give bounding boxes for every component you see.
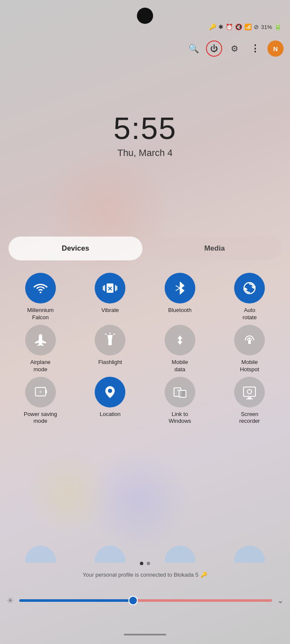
svg-rect-26: [248, 397, 251, 399]
clock-time: 5:55: [113, 111, 177, 146]
svg-rect-18: [46, 390, 47, 393]
qs-vibrate-label: Vibrate: [102, 307, 119, 314]
settings-button[interactable]: ⚙: [226, 40, 243, 57]
qs-wifi-label: MillenniumFalcon: [27, 307, 54, 321]
tab-media[interactable]: Media: [148, 237, 281, 260]
airplane-icon-circle: [25, 325, 56, 355]
partial-row: [6, 546, 284, 563]
alarm-icon: ⏰: [226, 23, 233, 30]
qs-mobilehotspot[interactable]: MobileHotspot: [216, 325, 284, 373]
svg-rect-24: [244, 387, 255, 396]
brightness-expand-button[interactable]: ⌄: [277, 596, 284, 605]
qs-airplane-label: Airplanemode: [30, 359, 51, 373]
qs-linkwindows-label: Link toWindows: [168, 411, 191, 425]
tabs-row: Devices Media: [9, 237, 281, 260]
svg-text:+: +: [39, 389, 42, 394]
page-dot-1: [140, 562, 143, 565]
mobiledata-icon-circle: [165, 325, 195, 355]
qs-flashlight-label: Flashlight: [98, 359, 122, 366]
qs-bluetooth[interactable]: Bluetooth: [146, 273, 214, 321]
clock-date: Thu, March 4: [113, 147, 177, 159]
camera-dot: [137, 8, 153, 24]
clock-display: 5:55 Thu, March 4: [113, 111, 177, 159]
qs-airplane[interactable]: Airplanemode: [6, 325, 75, 373]
power-button[interactable]: ⏻: [206, 40, 222, 57]
bluetooth-status-icon: ✱: [218, 23, 223, 30]
linkwindows-icon-circle: [165, 377, 195, 407]
brightness-row: ☀ ⌄: [6, 595, 284, 606]
svg-rect-27: [246, 399, 253, 399]
qs-location-label: Location: [100, 411, 121, 418]
qs-location[interactable]: Location: [76, 377, 145, 425]
qs-powersaving[interactable]: + Power savingmode: [6, 377, 75, 425]
qs-screenrec-label: Screenrecorder: [239, 411, 260, 425]
avatar[interactable]: N: [267, 40, 284, 57]
control-icons-row: 🔍 ⏻ ⚙ ⋮ N: [186, 40, 284, 57]
circle-icon: ⊘: [254, 23, 259, 30]
hotspot-icon-circle: [234, 325, 265, 355]
autorotate-icon-circle: [234, 273, 265, 303]
page-dots: [140, 562, 150, 565]
page-dot-2: [147, 562, 150, 565]
profile-msg-text: Your personal profile is connected to Bl…: [83, 572, 198, 578]
svg-point-16: [249, 338, 250, 339]
qs-autorotate-label: Autorotate: [243, 307, 257, 321]
flashlight-icon-circle: [95, 325, 125, 355]
power-icon: ⏻: [210, 44, 218, 53]
svg-line-12: [105, 334, 106, 335]
brightness-icon: ☀: [6, 595, 14, 606]
svg-rect-10: [108, 340, 112, 345]
qs-mobiledata-label: Mobiledata: [172, 359, 188, 373]
settings-icon: ⚙: [231, 43, 238, 54]
profile-message: Your personal profile is connected to Bl…: [83, 572, 207, 578]
tab-media-label: Media: [204, 244, 225, 253]
qs-linkwindows[interactable]: Link toWindows: [146, 377, 214, 425]
qs-wifi[interactable]: MillenniumFalcon: [6, 273, 75, 321]
battery-text: 31%: [261, 24, 272, 30]
brightness-thumb[interactable]: [128, 596, 138, 605]
screenrec-icon-circle: [234, 377, 265, 407]
qs-screenrecorder[interactable]: Screenrecorder: [216, 377, 284, 425]
location-icon-circle: [95, 377, 125, 407]
bottom-handle: [124, 634, 166, 635]
quick-settings-grid: MillenniumFalcon Vibrate: [6, 273, 284, 425]
wifi-status-icon: 📶: [244, 23, 252, 30]
svg-rect-22: [179, 390, 186, 397]
search-button[interactable]: 🔍: [186, 40, 202, 57]
status-bar: 🔑 ✱ ⏰ 🔇 📶 ⊘ 31% 🔋: [209, 23, 281, 30]
qs-bluetooth-label: Bluetooth: [168, 307, 191, 314]
search-icon: 🔍: [188, 43, 199, 54]
wifi-icon-circle: [25, 273, 56, 303]
tab-devices-label: Devices: [62, 244, 89, 253]
more-button[interactable]: ⋮: [247, 40, 263, 57]
tab-devices[interactable]: Devices: [9, 237, 142, 260]
svg-point-20: [108, 389, 112, 393]
bluetooth-icon-circle: [165, 273, 195, 303]
qs-hotspot-label: MobileHotspot: [240, 359, 259, 373]
brightness-track[interactable]: [19, 599, 272, 602]
qs-flashlight[interactable]: Flashlight: [76, 325, 145, 373]
svg-rect-15: [248, 340, 251, 344]
profile-key-icon: 🔑: [200, 572, 207, 578]
avatar-letter: N: [273, 45, 278, 52]
key-icon: 🔑: [209, 23, 216, 30]
more-icon: ⋮: [250, 43, 260, 54]
powersave-icon-circle: +: [25, 377, 56, 407]
qs-autorotate[interactable]: Autorotate: [216, 273, 284, 321]
svg-rect-14: [179, 339, 181, 341]
qs-vibrate[interactable]: Vibrate: [76, 273, 145, 321]
qs-mobiledata[interactable]: Mobiledata: [146, 325, 214, 373]
mute-icon: 🔇: [235, 23, 242, 30]
battery-icon: 🔋: [274, 23, 281, 30]
svg-point-25: [247, 390, 252, 394]
vibrate-icon-circle: [95, 273, 125, 303]
svg-line-13: [114, 334, 115, 335]
qs-powersave-label: Power savingmode: [24, 411, 57, 425]
